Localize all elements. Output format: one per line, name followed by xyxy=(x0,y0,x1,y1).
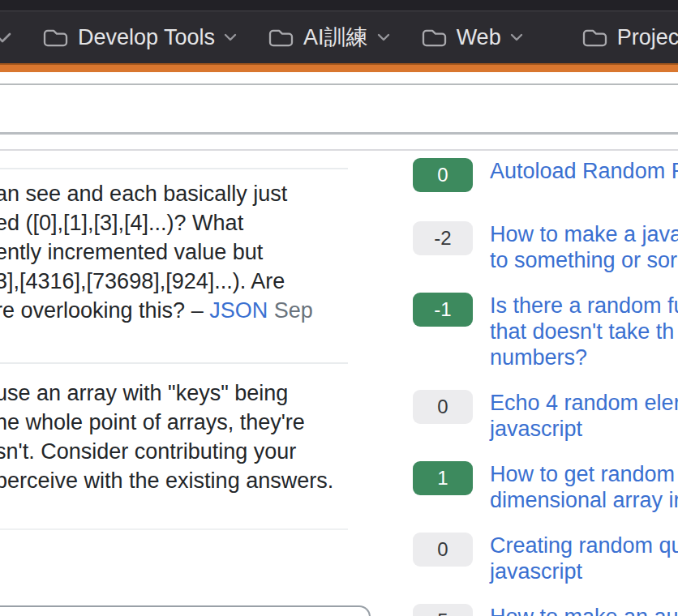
link-line: to something or sor xyxy=(490,247,678,273)
bookmark-folder-develop-tools[interactable]: Develop Tools xyxy=(42,25,237,50)
comment-timestamp: Sep xyxy=(274,298,313,323)
bookmark-folder-partial-left[interactable] xyxy=(0,32,11,43)
score-badge: 0 xyxy=(413,533,473,567)
related-question-row: 0 Echo 4 random eler javascript xyxy=(413,390,678,442)
link-line: numbers? xyxy=(490,344,678,370)
bookmark-folder-label: Develop Tools xyxy=(78,25,215,50)
related-question-link[interactable]: How to make a java to something or sor xyxy=(490,221,678,273)
bookmarks-toolbar: Develop Tools AI訓練 Web Project xyxy=(0,11,678,63)
comment-line: ently incremented value but xyxy=(0,237,433,267)
comment-line: ed ([0],[1],[3],[4]...)? What xyxy=(0,208,433,237)
comment-text: an see and each basically just ed ([0],[… xyxy=(0,179,433,325)
comment-divider xyxy=(0,168,348,169)
comment-line: he whole point of arrays, they're xyxy=(0,408,433,437)
score-badge: -1 xyxy=(413,293,473,327)
link-line: that doesn't take th xyxy=(490,319,678,344)
bookmark-folder-web[interactable]: Web xyxy=(421,25,523,50)
bookmark-folder-label: AI訓練 xyxy=(303,23,368,52)
related-question-row: 0 Creating random qu javascript xyxy=(413,533,678,584)
comment-line: 3],[4316],[73698],[924]...). Are xyxy=(0,267,433,296)
chrome-bottom-area xyxy=(0,85,678,135)
link-line: javascript xyxy=(490,416,678,442)
link-line: Autoload Random P xyxy=(490,158,678,184)
comment-text: use an array with "keys" being he whole … xyxy=(0,379,433,495)
comment-line: re overlooking this? – JSON Sep xyxy=(0,296,433,325)
comment-line: perceive with the existing answers. xyxy=(0,466,433,495)
link-line: How to get random xyxy=(490,461,678,487)
folder-icon xyxy=(421,27,448,49)
bookmark-folder-label: Project xyxy=(617,25,678,50)
link-line: Is there a random fu xyxy=(490,293,678,319)
link-line: dimensional array ir xyxy=(490,487,678,513)
comment-line-text: re overlooking this? – xyxy=(0,298,209,323)
related-question-link[interactable]: Creating random qu javascript xyxy=(490,533,678,584)
related-question-link[interactable]: How to get random dimensional array ir xyxy=(490,461,678,513)
chevron-down-icon xyxy=(510,33,523,41)
link-line: How to make a java xyxy=(490,221,678,247)
folder-icon xyxy=(268,27,294,49)
score-badge: 5 xyxy=(413,604,473,616)
bookmark-folder-project[interactable]: Project xyxy=(581,25,678,50)
comment-author-link[interactable]: JSON xyxy=(209,298,268,323)
bookmark-folder-ai-training[interactable]: AI訓練 xyxy=(268,23,390,52)
comment-line: sn't. Consider contributing your xyxy=(0,437,433,466)
browser-window: { "browser": { "bookmarks_bar": { "items… xyxy=(0,0,678,616)
link-line: Echo 4 random eler xyxy=(490,390,678,416)
chevron-down-icon xyxy=(377,33,390,41)
score-badge: 0 xyxy=(413,158,473,192)
related-question-link[interactable]: How to make an au xyxy=(490,604,678,616)
related-question-row: 5 How to make an au xyxy=(413,604,678,616)
link-line: How to make an au xyxy=(490,604,678,616)
toolbar-area xyxy=(0,72,678,85)
related-question-row: 1 How to get random dimensional array ir xyxy=(413,461,678,513)
related-question-link[interactable]: Echo 4 random eler javascript xyxy=(490,390,678,442)
related-question-link[interactable]: Autoload Random P xyxy=(490,158,678,184)
link-line: javascript xyxy=(490,558,678,584)
chevron-down-icon xyxy=(0,32,11,43)
add-comment-textarea[interactable] xyxy=(0,605,371,616)
comment-divider xyxy=(0,362,348,364)
score-badge: -2 xyxy=(413,221,473,255)
page-top-strip xyxy=(0,135,678,151)
comment-line: an see and each basically just xyxy=(0,179,433,208)
comment-timestamp xyxy=(268,298,274,323)
comment-line: use an array with "keys" being xyxy=(0,379,433,408)
chevron-down-icon xyxy=(224,33,237,41)
related-question-row: -2 How to make a java to something or so… xyxy=(413,221,678,273)
related-question-link[interactable]: Is there a random fu that doesn't take t… xyxy=(490,293,678,370)
folder-icon xyxy=(581,27,608,49)
related-question-row: -1 Is there a random fu that doesn't tak… xyxy=(413,293,678,370)
link-line: Creating random qu xyxy=(490,533,678,558)
score-badge: 0 xyxy=(413,390,473,424)
score-badge: 1 xyxy=(413,461,473,495)
comment-divider xyxy=(0,528,348,530)
bookmark-folder-label: Web xyxy=(457,25,501,50)
related-questions-list: 0 Autoload Random P -2 How to make a jav… xyxy=(413,158,678,616)
container-tab-accent-bar xyxy=(0,63,678,72)
folder-icon xyxy=(42,27,69,49)
related-question-row: 0 Autoload Random P xyxy=(413,158,678,192)
tab-strip xyxy=(0,0,678,11)
